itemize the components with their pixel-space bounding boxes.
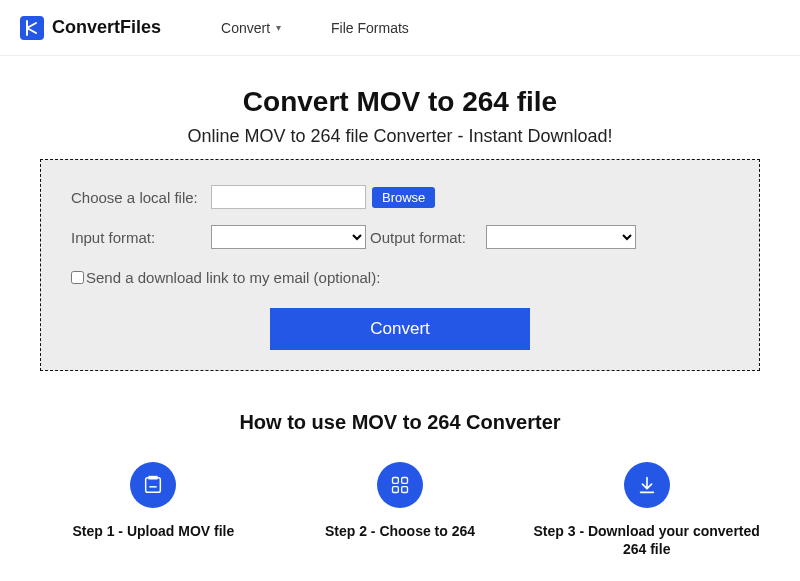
nav-file-formats[interactable]: File Formats <box>331 20 409 36</box>
svg-rect-4 <box>393 487 399 493</box>
svg-rect-1 <box>149 476 158 480</box>
svg-rect-3 <box>402 478 408 484</box>
download-icon <box>624 462 670 508</box>
file-path-input[interactable] <box>211 185 366 209</box>
output-format-label: Output format: <box>370 229 480 246</box>
steps-row: Step 1 - Upload MOV file Step 2 - Choose… <box>20 462 780 558</box>
svg-rect-2 <box>393 478 399 484</box>
file-row: Choose a local file: Browse <box>71 185 729 209</box>
nav-convert[interactable]: Convert ▾ <box>221 20 281 36</box>
grid-icon <box>377 462 423 508</box>
page-title: Convert MOV to 264 file <box>20 86 780 118</box>
convert-button[interactable]: Convert <box>270 308 530 350</box>
chevron-down-icon: ▾ <box>276 22 281 33</box>
browse-button[interactable]: Browse <box>372 187 435 208</box>
main-nav: Convert ▾ File Formats <box>221 20 409 36</box>
step-2-label: Step 2 - Choose to 264 <box>283 522 518 540</box>
email-opt-label: Send a download link to my email (option… <box>86 269 380 286</box>
svg-rect-5 <box>402 487 408 493</box>
upload-icon <box>130 462 176 508</box>
step-3-label: Step 3 - Download your converted 264 fil… <box>529 522 764 558</box>
convert-panel: Choose a local file: Browse Input format… <box>40 159 760 371</box>
hero: Convert MOV to 264 file Online MOV to 26… <box>0 56 800 159</box>
howto-section: How to use MOV to 264 Converter Step 1 -… <box>0 371 800 558</box>
nav-convert-label: Convert <box>221 20 270 36</box>
output-format-select[interactable] <box>486 225 636 249</box>
brand-logo[interactable]: ConvertFiles <box>20 16 161 40</box>
step-1-label: Step 1 - Upload MOV file <box>36 522 271 540</box>
svg-rect-0 <box>146 478 161 493</box>
brand-name: ConvertFiles <box>52 17 161 38</box>
logo-icon <box>20 16 44 40</box>
email-checkbox[interactable] <box>71 271 84 284</box>
step-2: Step 2 - Choose to 264 <box>277 462 524 540</box>
step-3: Step 3 - Download your converted 264 fil… <box>523 462 770 558</box>
choose-file-label: Choose a local file: <box>71 189 211 206</box>
format-row: Input format: Output format: <box>71 225 729 249</box>
input-format-select[interactable] <box>211 225 366 249</box>
page-subtitle: Online MOV to 264 file Converter - Insta… <box>20 126 780 147</box>
top-nav: ConvertFiles Convert ▾ File Formats <box>0 0 800 56</box>
input-format-label: Input format: <box>71 229 211 246</box>
step-1: Step 1 - Upload MOV file <box>30 462 277 540</box>
email-row: Send a download link to my email (option… <box>71 265 729 286</box>
nav-formats-label: File Formats <box>331 20 409 36</box>
howto-heading: How to use MOV to 264 Converter <box>20 411 780 434</box>
